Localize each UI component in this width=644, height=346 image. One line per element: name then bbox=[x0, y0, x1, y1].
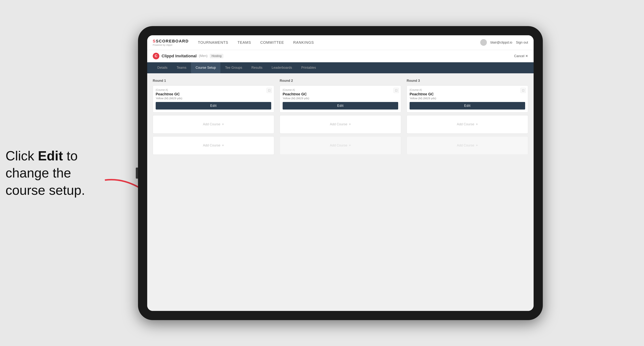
round-1-delete-button[interactable]: ⊡ bbox=[266, 88, 272, 93]
tournament-gender: (Men) bbox=[199, 54, 208, 58]
round-1-edit-button[interactable]: Edit bbox=[156, 102, 271, 110]
brand-logo-letter: S bbox=[153, 39, 156, 43]
add-course-plus-icon: + bbox=[476, 122, 478, 126]
round-1-label: Round 1 bbox=[153, 79, 274, 83]
round-3-course-card: ⊡ (Course A) Peachtree GC Yellow (M) (66… bbox=[407, 85, 528, 112]
round-3-add-course-2: Add Course + bbox=[407, 136, 528, 155]
add-course-plus-icon: + bbox=[476, 143, 478, 148]
round-1-course-tag: (Course A) bbox=[156, 88, 271, 91]
round-2-add-course-1[interactable]: Add Course + bbox=[280, 115, 401, 134]
nav-tournaments[interactable]: TOURNAMENTS bbox=[198, 40, 228, 45]
round-1-course-details: Yellow (M) (6629 yds) bbox=[156, 97, 271, 100]
sub-header: C Clippd Invitational (Men) Hosting Canc… bbox=[147, 50, 534, 62]
round-2-course-tag: (Course A) bbox=[282, 88, 398, 91]
round-2-course-details: Yellow (M) (6629 yds) bbox=[282, 97, 398, 100]
add-course-plus-icon: + bbox=[222, 122, 224, 126]
tab-results[interactable]: Results bbox=[247, 62, 267, 73]
round-3-label: Round 3 bbox=[407, 79, 528, 83]
tab-tee-groups[interactable]: Tee Groups bbox=[220, 62, 247, 73]
round-2-column: Round 2 ⊡ (Course A) Peachtree GC Yellow… bbox=[280, 79, 401, 158]
cancel-button[interactable]: Cancel ✕ bbox=[514, 54, 528, 58]
round-3-edit-button[interactable]: Edit bbox=[410, 102, 525, 110]
round-1-add-course-2[interactable]: Add Course + bbox=[153, 136, 274, 155]
round-3-add-course-1[interactable]: Add Course + bbox=[407, 115, 528, 134]
round-2-edit-button[interactable]: Edit bbox=[282, 102, 398, 110]
round-2-add-course-2: Add Course + bbox=[280, 136, 401, 155]
tablet-side-button bbox=[136, 168, 138, 178]
hosting-badge: Hosting bbox=[210, 54, 224, 58]
tab-teams[interactable]: Teams bbox=[172, 62, 191, 73]
instruction-bold: Edit bbox=[38, 148, 63, 163]
round-3-course-name: Peachtree GC bbox=[410, 92, 525, 96]
add-course-plus-icon: + bbox=[222, 143, 224, 148]
round-3-course-details: Yellow (M) (6629 yds) bbox=[410, 97, 525, 100]
user-email: blair@clippd.io bbox=[490, 41, 512, 44]
user-section: blair@clippd.io Sign out bbox=[480, 39, 528, 46]
instruction-prefix: Click bbox=[6, 148, 38, 163]
tab-details[interactable]: Details bbox=[153, 62, 172, 73]
top-nav: SSCOREBOARD Powered by clippd TOURNAMENT… bbox=[147, 35, 534, 50]
main-nav: TOURNAMENTS TEAMS COMMITTEE RANKINGS bbox=[198, 40, 480, 45]
main-content: Round 1 ⊡ (Course A) Peachtree GC Yellow… bbox=[147, 73, 534, 311]
nav-teams[interactable]: TEAMS bbox=[238, 40, 251, 45]
round-1-add-course-1[interactable]: Add Course + bbox=[153, 115, 274, 134]
brand: SSCOREBOARD Powered by clippd bbox=[153, 39, 189, 46]
tab-course-setup[interactable]: Course Setup bbox=[191, 62, 220, 73]
brand-subtitle: Powered by clippd bbox=[153, 43, 189, 46]
tablet-screen: SSCOREBOARD Powered by clippd TOURNAMENT… bbox=[147, 35, 534, 311]
avatar bbox=[480, 39, 487, 46]
brand-title: SSCOREBOARD bbox=[153, 39, 189, 43]
add-course-plus-icon: + bbox=[349, 143, 351, 148]
rounds-container: Round 1 ⊡ (Course A) Peachtree GC Yellow… bbox=[153, 79, 528, 158]
round-2-course-name: Peachtree GC bbox=[282, 92, 398, 96]
round-2-course-card: ⊡ (Course A) Peachtree GC Yellow (M) (66… bbox=[280, 85, 401, 112]
tournament-info: C Clippd Invitational (Men) Hosting bbox=[153, 53, 224, 59]
round-2-label: Round 2 bbox=[280, 79, 401, 83]
round-3-column: Round 3 ⊡ (Course A) Peachtree GC Yellow… bbox=[407, 79, 528, 158]
tournament-logo: C bbox=[153, 53, 159, 59]
round-1-column: Round 1 ⊡ (Course A) Peachtree GC Yellow… bbox=[153, 79, 274, 158]
sign-out-link[interactable]: Sign out bbox=[516, 41, 528, 44]
round-3-course-tag: (Course A) bbox=[410, 88, 525, 91]
round-2-delete-button[interactable]: ⊡ bbox=[394, 88, 399, 93]
nav-rankings[interactable]: RANKINGS bbox=[293, 40, 314, 45]
tournament-name: Clippd Invitational bbox=[162, 54, 197, 58]
tab-printables[interactable]: Printables bbox=[296, 62, 320, 73]
round-1-course-name: Peachtree GC bbox=[156, 92, 271, 96]
round-1-course-card: ⊡ (Course A) Peachtree GC Yellow (M) (66… bbox=[153, 85, 274, 112]
add-course-plus-icon: + bbox=[349, 122, 351, 126]
tablet-frame: SSCOREBOARD Powered by clippd TOURNAMENT… bbox=[138, 26, 543, 320]
nav-committee[interactable]: COMMITTEE bbox=[260, 40, 284, 45]
tab-leaderboards[interactable]: Leaderboards bbox=[267, 62, 296, 73]
round-3-delete-button[interactable]: ⊡ bbox=[520, 88, 526, 93]
tab-bar: Details Teams Course Setup Tee Groups Re… bbox=[147, 62, 534, 73]
